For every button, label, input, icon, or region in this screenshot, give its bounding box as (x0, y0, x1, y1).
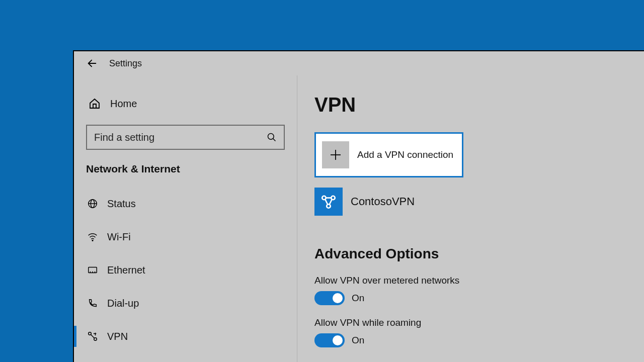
back-button[interactable] (82, 53, 102, 73)
wifi-icon (86, 230, 99, 243)
sidebar-item-vpn[interactable]: VPN (74, 324, 297, 349)
sidebar-item-label: Ethernet (107, 264, 145, 276)
globe-icon (86, 197, 99, 210)
option-roaming: Allow VPN while roaming On (314, 317, 644, 347)
sidebar-item-wifi[interactable]: Wi-Fi (74, 224, 297, 249)
sidebar-item-label: Dial-up (107, 298, 139, 309)
svg-point-16 (331, 196, 335, 200)
vpn-connection-icon (314, 188, 343, 216)
sidebar-item-ethernet[interactable]: Ethernet (74, 257, 297, 283)
toggle-state-label: On (352, 335, 364, 346)
plus-icon (322, 141, 349, 168)
option-label: Allow VPN while roaming (314, 317, 644, 328)
search-wrap (74, 125, 297, 150)
sidebar: Home Network & Internet Status (74, 75, 297, 362)
sidebar-item-label: Status (107, 198, 136, 210)
sidebar-nav: Status Wi-Fi Ethernet (74, 191, 297, 349)
settings-window: Settings Home Network & Internet (73, 50, 644, 362)
toggle-roaming[interactable] (314, 333, 345, 347)
option-label: Allow VPN over metered networks (314, 275, 644, 286)
search-box[interactable] (86, 125, 285, 150)
app-title: Settings (109, 58, 142, 69)
sidebar-item-home[interactable]: Home (74, 89, 297, 118)
home-icon (86, 95, 103, 112)
page-title: VPN (314, 94, 644, 116)
svg-point-6 (92, 240, 93, 241)
search-input[interactable] (94, 132, 267, 143)
ethernet-icon (86, 263, 99, 277)
phone-icon (86, 297, 99, 310)
vpn-icon (86, 330, 99, 343)
add-vpn-label: Add a VPN connection (357, 149, 453, 160)
vpn-connection-name: ContosoVPN (351, 195, 415, 208)
vpn-connection-item[interactable]: ContosoVPN (314, 188, 644, 216)
sidebar-item-label: Wi-Fi (107, 231, 131, 243)
svg-point-15 (322, 196, 326, 200)
sidebar-item-label: VPN (107, 331, 128, 342)
svg-line-2 (273, 139, 276, 141)
sidebar-section-heading: Network & Internet (74, 163, 297, 175)
search-icon (267, 132, 277, 142)
toggle-metered[interactable] (314, 291, 345, 305)
sidebar-item-dialup[interactable]: Dial-up (74, 291, 297, 316)
add-vpn-button[interactable]: Add a VPN connection (314, 132, 463, 177)
sidebar-item-status[interactable]: Status (74, 191, 297, 216)
titlebar: Settings (74, 51, 644, 75)
advanced-options-heading: Advanced Options (314, 246, 644, 262)
content-area: Home Network & Internet Status (74, 75, 644, 362)
svg-point-1 (268, 134, 274, 140)
sidebar-item-label: Home (110, 98, 137, 110)
toggle-state-label: On (352, 293, 364, 304)
main-panel: VPN Add a VPN connection ContosoVPN Adva… (297, 75, 644, 362)
arrow-left-icon (87, 58, 98, 69)
option-metered: Allow VPN over metered networks On (314, 275, 644, 305)
